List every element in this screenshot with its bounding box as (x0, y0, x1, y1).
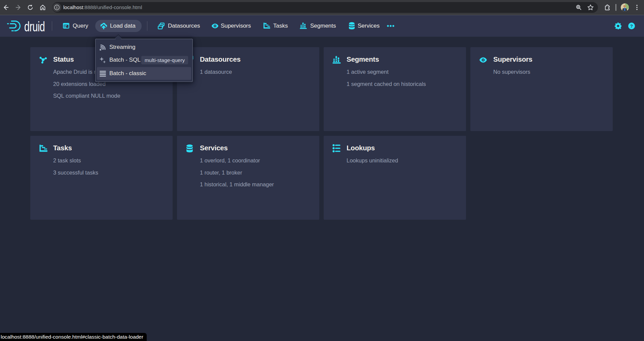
svg-text:?: ? (630, 24, 633, 29)
